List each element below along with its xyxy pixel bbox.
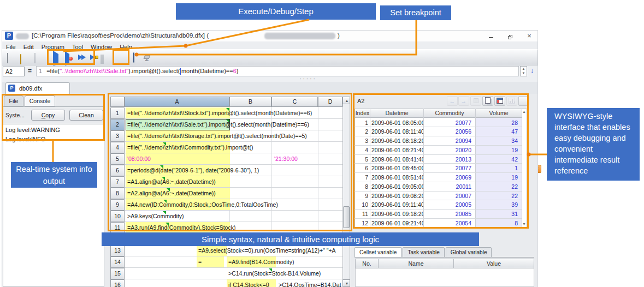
result-table-row[interactable]: 92009-06-01 09:08:202000722 — [355, 192, 522, 201]
result-table-row[interactable]: 42009-06-01 08:21:402002019 — [355, 146, 522, 155]
open-file-icon[interactable] — [20, 55, 21, 64]
grid-row-header[interactable]: 3 — [110, 130, 125, 142]
result-table-row[interactable]: 122009-06-01 09:21:40200548 — [355, 219, 522, 228]
grid-row-header[interactable]: 9 — [110, 199, 125, 211]
execute-icon[interactable] — [53, 54, 58, 64]
column-header-a[interactable]: A — [125, 97, 229, 107]
grid-row-header[interactable]: 15 — [110, 268, 125, 279]
tab-global-variable[interactable]: Global variable — [446, 247, 492, 258]
grid-row-header[interactable]: 7 — [110, 176, 125, 188]
minimize-button[interactable] — [483, 31, 499, 41]
save-icon[interactable] — [34, 53, 36, 63]
result-commodity: 20054 — [423, 220, 471, 226]
grid-row-header[interactable]: 16 — [110, 279, 125, 287]
grid-row-header[interactable]: 1 — [110, 107, 125, 119]
column-header-d[interactable]: D — [318, 97, 342, 107]
execute-to-cursor-icon[interactable] — [65, 54, 69, 64]
column-header-c[interactable]: C — [271, 97, 318, 107]
toolbar: 2 — [2, 49, 538, 65]
tab-task-variable[interactable]: Task variable — [403, 247, 444, 258]
result-table-row[interactable]: 52009-06-01 08:41:402001342 — [355, 155, 522, 164]
formula-text: =file("..\\demo\\zh\\txt\\Sale.txt").imp… — [46, 68, 238, 74]
grid-line — [125, 210, 342, 211]
variables-col-name[interactable]: Name — [378, 259, 454, 268]
result-table-row[interactable]: 102009-06-01 09:11:402000539 — [355, 200, 522, 210]
formula-spinner[interactable]: ▲▼ — [520, 66, 527, 76]
grid-row-header[interactable]: 5 — [110, 153, 125, 165]
scroll-up-icon[interactable]: ▲ — [342, 97, 350, 104]
cell-note-marker-icon — [167, 188, 170, 192]
callout-execute: Execute/Debug/Step — [176, 3, 376, 20]
step-over-icon[interactable] — [78, 55, 86, 60]
equals-button[interactable]: = — [28, 67, 32, 75]
result-col-index[interactable]: Index — [355, 109, 370, 118]
copy-button[interactable]: Copy — [31, 110, 65, 121]
result-copy-icon[interactable] — [482, 96, 493, 106]
result-datetime: 2009-06-01 08:11:40 — [371, 128, 423, 135]
pause-icon[interactable] — [101, 55, 104, 64]
clean-button[interactable]: Clean — [69, 110, 103, 121]
result-back-icon[interactable]: ← — [447, 96, 458, 106]
result-table-row[interactable]: 62009-06-01 08:45:00200771 — [355, 164, 522, 173]
result-table-row[interactable]: 112009-06-01 09:18:202008531 — [355, 210, 522, 219]
result-preview-icon[interactable] — [470, 96, 481, 106]
grid-row-header[interactable]: 13 — [110, 245, 125, 256]
close-button[interactable]: × — [521, 31, 537, 41]
result-scroll-up-icon[interactable]: ▲ — [522, 110, 526, 113]
result-col-volume[interactable]: Volume — [475, 109, 522, 118]
grid-cell-text: =file("..\\demo\\zh\\txt\\Sale.txt").imp… — [127, 121, 309, 129]
grid-scrollbar-thumb[interactable] — [343, 206, 350, 228]
result-table-row[interactable]: 72009-06-01 08:51:402006919 — [355, 173, 522, 182]
variables-col-value[interactable]: Value — [453, 259, 534, 268]
grid-cell-text: '08:00:00 — [127, 156, 151, 163]
calculate-icon[interactable] — [133, 53, 134, 63]
result-datetime: 2009-06-01 08:21:40 — [371, 147, 423, 153]
result-index: 7 — [355, 174, 368, 181]
grid-cell-text: >A9.keys(Commodity) — [127, 213, 184, 220]
grid-row-header[interactable]: 2 — [110, 119, 125, 130]
formula-line-number: 1 — [39, 68, 42, 74]
formula-input[interactable]: 1=file("..\\demo\\zh\\txt\\Sale.txt").im… — [36, 66, 519, 76]
result-pin-icon[interactable] — [518, 96, 529, 106]
grid-row-header[interactable]: 11 — [110, 222, 125, 234]
result-col-commodity[interactable]: Commodity — [423, 109, 476, 118]
tab-console[interactable]: Console — [25, 95, 55, 106]
result-index: 11 — [355, 211, 368, 217]
result-col-datetime[interactable]: Datetime — [370, 109, 424, 118]
splitter-bar[interactable]: ····· — [2, 77, 538, 82]
result-scroll-down-icon[interactable]: ▼ — [522, 222, 526, 226]
redacted-text — [16, 33, 29, 39]
result-table-row[interactable]: 82009-06-01 09:05:002001122 — [355, 182, 522, 192]
result-table-row[interactable]: 32009-06-01 08:18:202009434 — [355, 136, 522, 146]
tab-db09[interactable]: P db09.dfx — [5, 82, 70, 94]
result-chart-icon[interactable] — [506, 96, 517, 106]
result-forward-icon[interactable]: → — [458, 96, 469, 106]
grid-row-header[interactable]: 4 — [110, 142, 125, 153]
step-into-icon[interactable] — [90, 55, 98, 60]
expand-formula-icon[interactable]: ↓ — [530, 66, 534, 74]
grid-row-header[interactable]: 10 — [110, 211, 125, 222]
tab-underline — [2, 106, 105, 107]
grid-line — [522, 109, 522, 228]
scroll-down-icon[interactable]: ▼ — [342, 279, 350, 287]
tab-cellset-variable[interactable]: Cellset variable — [355, 247, 401, 258]
result-table-row[interactable]: 12009-06-01 08:05:002007728 — [355, 118, 522, 128]
grid-cell-text: = — [198, 259, 202, 266]
grid-row-header[interactable]: 6 — [110, 165, 125, 176]
restore-button[interactable] — [502, 32, 518, 43]
new-file-icon[interactable] — [7, 53, 8, 63]
formula-bar: A2 = 1=file("..\\demo\\zh\\txt\\Sale.txt… — [2, 65, 538, 77]
clear-icon[interactable]: 2 — [145, 53, 149, 63]
grid-row-header[interactable]: 14 — [110, 256, 125, 268]
result-index: 12 — [355, 220, 368, 226]
result-table-row[interactable]: 22009-06-01 08:11:402005647 — [355, 127, 522, 136]
variables-col-no[interactable]: No. — [355, 259, 379, 268]
grid-corner-cell[interactable] — [110, 97, 125, 107]
grid-row-header[interactable]: 8 — [110, 188, 125, 199]
cell-reference-box[interactable]: A2 — [3, 67, 25, 76]
result-table-icon[interactable] — [494, 96, 505, 106]
tab-file[interactable]: File — [4, 95, 23, 106]
column-header-b[interactable]: B — [229, 97, 271, 107]
grid-scrollbar[interactable] — [342, 97, 350, 287]
grid-cell-text: =A9.select(Stock<=0).run(OosTime=string(… — [198, 247, 336, 255]
